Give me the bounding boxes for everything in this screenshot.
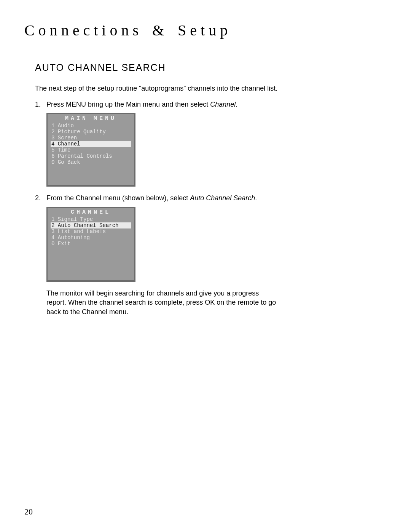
outro-block: The monitor will begin searching for cha…: [35, 289, 279, 316]
step-1-post: .: [236, 101, 237, 108]
step-1-number: 1.: [35, 100, 46, 109]
step-2-pre: From the Channel menu (shown below), sel…: [46, 194, 190, 202]
main-menu-screenshot: MAIN MENU 1 Audio 2 Picture Quality 3 Sc…: [46, 113, 135, 187]
main-menu-item-parental-controls: 6 Parental Controls: [51, 153, 131, 159]
main-menu-item-time: 5 Time: [51, 147, 131, 153]
outro-indent: [35, 289, 46, 316]
section-title: AUTO CHANNEL SEARCH: [35, 62, 279, 73]
main-menu-body: 1 Audio 2 Picture Quality 3 Screen 4 Cha…: [48, 123, 134, 185]
step-2: 2. From the Channel menu (shown below), …: [35, 193, 279, 203]
channel-menu-item-signal-type: 1 Signal Type: [51, 216, 131, 222]
content-body: AUTO CHANNEL SEARCH The next step of the…: [35, 62, 279, 316]
step-1-text: Press MENU bring up the Main menu and th…: [46, 100, 279, 109]
main-menu-title: MAIN MENU: [48, 114, 134, 123]
channel-menu-title: CHANNEL: [48, 208, 134, 216]
step-2-text: From the Channel menu (shown below), sel…: [46, 193, 279, 203]
channel-menu-frame: CHANNEL 1 Signal Type 2 Auto Channel Sea…: [46, 207, 135, 282]
channel-menu-padding: [51, 247, 131, 276]
main-menu-item-picture-quality: 2 Picture Quality: [51, 129, 131, 135]
step-1: 1. Press MENU bring up the Main menu and…: [35, 100, 279, 109]
intro-paragraph: The next step of the setup routine “auto…: [35, 84, 279, 93]
main-menu-frame: MAIN MENU 1 Audio 2 Picture Quality 3 Sc…: [46, 113, 135, 187]
step-2-post: .: [255, 194, 257, 202]
outro-paragraph: The monitor will begin searching for cha…: [46, 289, 279, 316]
channel-menu-item-autotuning: 4 Autotuning: [51, 235, 131, 241]
step-2-em: Auto Channel Search: [190, 194, 255, 202]
main-menu-item-screen: 3 Screen: [51, 135, 131, 141]
step-2-number: 2.: [35, 193, 46, 203]
channel-menu-item-list-and-labels: 3 List and Labels: [51, 228, 131, 235]
chapter-title: Connections & Setup: [24, 21, 387, 39]
channel-menu-item-auto-channel-search: 2 Auto Channel Search: [51, 222, 131, 228]
channel-menu-item-exit: 0 Exit: [51, 241, 131, 247]
page: Connections & Setup AUTO CHANNEL SEARCH …: [0, 0, 411, 532]
page-number: 20: [24, 507, 33, 517]
main-menu-item-channel: 4 Channel: [51, 141, 131, 147]
channel-menu-screenshot: CHANNEL 1 Signal Type 2 Auto Channel Sea…: [46, 207, 135, 282]
main-menu-padding: [51, 165, 131, 181]
channel-menu-body: 1 Signal Type 2 Auto Channel Search 3 Li…: [48, 216, 134, 280]
main-menu-item-audio: 1 Audio: [51, 123, 131, 129]
step-1-pre: Press MENU bring up the Main menu and th…: [46, 101, 210, 108]
main-menu-item-go-back: 0 Go Back: [51, 159, 131, 165]
step-1-em: Channel: [210, 101, 236, 108]
